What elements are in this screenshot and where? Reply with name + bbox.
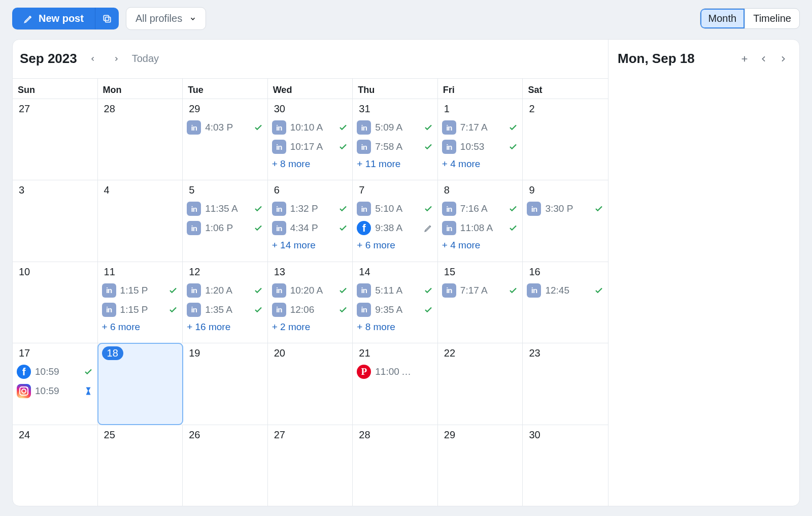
event-time: 10:17 A xyxy=(290,141,323,152)
calendar-cell[interactable]: 157:17 A xyxy=(438,262,523,343)
event-item[interactable]: 12:06 xyxy=(272,301,349,318)
calendar-cell[interactable]: 145:11 A9:35 A+ 8 more xyxy=(353,262,438,343)
date-number: 8 xyxy=(442,183,452,197)
calendar-cell[interactable]: 29 xyxy=(438,425,523,506)
event-item[interactable]: 7:17 A xyxy=(442,282,519,299)
event-item[interactable]: 10:10 A xyxy=(272,119,349,136)
today-button[interactable]: Today xyxy=(132,53,159,64)
side-prev-button[interactable] xyxy=(757,52,771,66)
event-item[interactable]: 7:58 A xyxy=(357,138,433,155)
date-number: 18 xyxy=(102,346,123,360)
calendar-cell[interactable]: 30 xyxy=(523,425,608,506)
calendar-cell[interactable]: 27 xyxy=(268,425,353,506)
event-item[interactable]: 3:30 P xyxy=(527,200,604,217)
calendar-cell[interactable]: 25 xyxy=(98,425,183,506)
calendar-cell[interactable]: 4 xyxy=(98,180,183,261)
check-status-icon xyxy=(83,367,93,377)
event-item[interactable]: 10:17 A xyxy=(272,138,349,155)
linkedin-icon xyxy=(102,303,116,317)
calendar-cell[interactable]: 294:03 P xyxy=(183,99,268,180)
event-item[interactable]: 7:17 A xyxy=(442,119,519,136)
more-events-link[interactable]: + 11 more xyxy=(357,155,433,170)
more-events-link[interactable]: + 14 more xyxy=(272,237,349,251)
next-month-button[interactable] xyxy=(109,51,124,67)
more-events-link[interactable]: + 4 more xyxy=(442,237,519,251)
calendar-cell[interactable]: 121:20 A1:35 A+ 16 more xyxy=(183,262,268,343)
calendar-cell[interactable]: 2111:00 AM xyxy=(353,343,438,424)
new-post-dropdown-button[interactable] xyxy=(95,8,119,29)
event-item[interactable]: 10:53 xyxy=(442,138,519,155)
event-item[interactable]: 4:34 P xyxy=(272,219,349,237)
event-item[interactable]: 7:16 A xyxy=(442,200,519,217)
event-item[interactable]: 1:15 P xyxy=(102,301,179,318)
event-item[interactable]: 1:20 A xyxy=(187,282,263,299)
event-item[interactable]: 11:00 AM xyxy=(357,363,433,380)
event-item[interactable]: 1:15 P xyxy=(102,282,179,299)
calendar-cell[interactable]: 3 xyxy=(13,180,98,261)
event-item[interactable]: 1:06 P xyxy=(187,219,263,237)
event-item[interactable]: 5:09 A xyxy=(357,119,433,136)
view-timeline-button[interactable]: Timeline xyxy=(745,9,799,28)
calendar-cell[interactable]: 93:30 P xyxy=(523,180,608,261)
calendar-cell[interactable]: 111:15 P1:15 P+ 6 more xyxy=(98,262,183,343)
event-item[interactable]: 10:20 A xyxy=(272,282,349,299)
event-item[interactable]: 11:08 A xyxy=(442,219,519,237)
prev-month-button[interactable] xyxy=(85,51,100,67)
calendar-cell[interactable]: 26 xyxy=(183,425,268,506)
event-item[interactable]: 5:10 A xyxy=(357,200,433,217)
profile-selector[interactable]: All profiles xyxy=(126,7,206,30)
view-month-button[interactable]: Month xyxy=(700,9,745,28)
calendar-cell[interactable]: 17:17 A10:53+ 4 more xyxy=(438,99,523,180)
date-number: 1 xyxy=(442,102,452,116)
calendar-cell[interactable]: 61:32 P4:34 P+ 14 more xyxy=(268,180,353,261)
calendar-cell[interactable]: 19 xyxy=(183,343,268,424)
calendar-cell[interactable]: 3010:10 A10:17 A+ 8 more xyxy=(268,99,353,180)
event-time: 1:06 P xyxy=(205,222,233,234)
calendar-cell[interactable]: 1612:45 xyxy=(523,262,608,343)
new-post-button[interactable]: New post xyxy=(12,8,95,29)
calendar-cell[interactable]: 24 xyxy=(13,425,98,506)
calendar-cell[interactable]: 18 xyxy=(98,343,183,424)
more-events-link[interactable]: + 16 more xyxy=(187,318,263,333)
calendar-cell[interactable]: 2 xyxy=(523,99,608,180)
side-next-button[interactable] xyxy=(776,52,790,66)
calendar-cell[interactable]: 23 xyxy=(523,343,608,424)
calendar-cell[interactable]: 20 xyxy=(268,343,353,424)
event-item[interactable]: 10:59 xyxy=(17,382,93,400)
event-item[interactable]: 1:32 P xyxy=(272,200,349,217)
more-events-link[interactable]: + 8 more xyxy=(272,155,349,170)
date-number: 25 xyxy=(102,428,117,442)
event-item[interactable]: 10:59 xyxy=(17,363,93,380)
event-item[interactable]: 1:35 A xyxy=(187,301,263,318)
date-number: 7 xyxy=(357,183,366,197)
calendar-cell[interactable]: 511:35 A1:06 P xyxy=(183,180,268,261)
event-item[interactable]: 5:11 A xyxy=(357,282,433,299)
side-add-button[interactable] xyxy=(737,52,752,66)
calendar-cell[interactable]: 87:16 A11:08 A+ 4 more xyxy=(438,180,523,261)
more-events-link[interactable]: + 8 more xyxy=(357,318,433,333)
event-time: 1:15 P xyxy=(120,285,148,296)
linkedin-icon xyxy=(187,303,201,317)
calendar-cell[interactable]: 28 xyxy=(353,425,438,506)
calendar-cell[interactable]: 10 xyxy=(13,262,98,343)
event-item[interactable]: 9:38 A xyxy=(357,219,433,237)
more-events-link[interactable]: + 4 more xyxy=(442,155,519,170)
calendar-cell[interactable]: 1310:20 A12:06+ 2 more xyxy=(268,262,353,343)
calendar-cell[interactable]: 22 xyxy=(438,343,523,424)
check-status-icon xyxy=(423,204,433,214)
calendar-cell[interactable]: 1710:5910:59 xyxy=(13,343,98,424)
calendar-cell[interactable]: 315:09 A7:58 A+ 11 more xyxy=(353,99,438,180)
more-events-link[interactable]: + 6 more xyxy=(357,237,433,251)
event-item[interactable]: 11:35 A xyxy=(187,200,263,217)
check-status-icon xyxy=(253,122,263,133)
date-number: 26 xyxy=(187,428,202,442)
event-item[interactable]: 4:03 P xyxy=(187,119,263,136)
calendar-cell[interactable]: 75:10 A9:38 A+ 6 more xyxy=(353,180,438,261)
event-item[interactable]: 12:45 xyxy=(527,282,604,299)
more-events-link[interactable]: + 2 more xyxy=(272,318,349,333)
date-number: 28 xyxy=(102,102,117,116)
event-item[interactable]: 9:35 A xyxy=(357,301,433,318)
calendar-cell[interactable]: 28 xyxy=(98,99,183,180)
calendar-cell[interactable]: 27 xyxy=(13,99,98,180)
more-events-link[interactable]: + 6 more xyxy=(102,318,179,333)
